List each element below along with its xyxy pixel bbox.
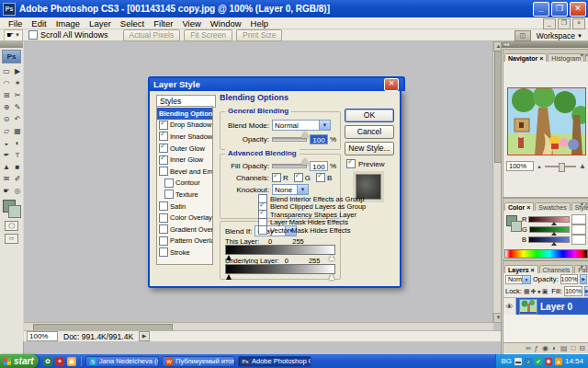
menu-select[interactable]: Select [116, 18, 149, 29]
layers-tab[interactable]: Channels [539, 265, 574, 273]
style-item[interactable]: Inner Glow [157, 154, 212, 166]
color-tab[interactable]: Swatches [535, 202, 570, 211]
r-channel-slider[interactable] [528, 216, 570, 223]
spinner-arrow-icon[interactable]: ▶ [580, 274, 587, 284]
palette-grip[interactable] [0, 41, 23, 48]
doc-minimize-button[interactable]: _ [543, 18, 556, 29]
style-item[interactable]: Bevel and Emboss [157, 166, 212, 178]
zoom-level-field[interactable]: 100% [27, 331, 58, 341]
channel-checkbox[interactable] [272, 173, 281, 182]
background-color-swatch[interactable] [8, 205, 21, 218]
advanced-checkbox[interactable] [258, 225, 267, 235]
style-item[interactable]: Satin [157, 201, 212, 213]
quick-launch-icon[interactable]: ✦ [55, 357, 64, 366]
layer-blend-mode-dropdown[interactable]: Normal ▼ [505, 275, 531, 284]
slider-thumb-icon[interactable] [551, 232, 557, 236]
new-style-button[interactable]: New Style... [345, 142, 394, 155]
lock-position-icon[interactable]: ● [537, 288, 540, 295]
style-item[interactable]: Gradient Overlay [157, 224, 212, 236]
start-button[interactable]: start [0, 354, 39, 368]
style-checkbox[interactable] [159, 121, 168, 130]
menu-window[interactable]: Window [206, 18, 246, 29]
navigator-zoom-field[interactable]: 100% [506, 161, 534, 171]
preview-checkbox[interactable] [346, 159, 356, 168]
panel-menu-icon[interactable]: ▾ × [581, 263, 588, 270]
spinner-arrow-icon[interactable]: ▶ [584, 286, 588, 296]
style-checkbox[interactable] [159, 213, 168, 223]
minimize-button[interactable]: _ [533, 2, 549, 17]
white-slider-handle[interactable] [329, 255, 334, 260]
dialog-titlebar[interactable]: Layer Style [148, 76, 405, 91]
underlying-layer-gradient-slider[interactable] [225, 264, 335, 274]
opacity-slider[interactable] [272, 137, 307, 142]
print-size-button[interactable]: Print Size [236, 29, 282, 41]
scroll-all-windows-checkbox[interactable] [28, 30, 38, 40]
volume-tray-icon[interactable]: ♪ [525, 358, 532, 365]
dodge-tool-icon[interactable]: ◐ [12, 137, 24, 149]
move-tool-icon[interactable]: ▶ [12, 65, 24, 77]
quick-launch-icon[interactable]: ▣ [67, 357, 76, 366]
ok-button[interactable]: OK [345, 109, 394, 122]
add-layer-mask-icon[interactable]: ◉ [542, 344, 548, 352]
style-checkbox[interactable] [159, 201, 168, 211]
fill-opacity-slider[interactable] [272, 164, 307, 168]
layers-tab[interactable]: Layers × [504, 265, 538, 273]
link-layers-icon[interactable]: ∞ [526, 344, 531, 352]
style-checkbox[interactable] [159, 132, 168, 141]
white-slider-handle[interactable] [329, 274, 334, 280]
panel-menu-icon[interactable]: ▾ × [581, 52, 588, 58]
doc-restore-button[interactable]: ❐ [558, 18, 571, 29]
style-item[interactable]: Drop Shadow [157, 120, 212, 132]
status-menu-arrow-icon[interactable]: ▶ [139, 331, 150, 341]
layer-style-icon[interactable]: ƒ [535, 344, 538, 352]
actual-pixels-button[interactable]: Actual Pixels [123, 29, 181, 41]
quick-launch-icon[interactable]: ✿ [43, 357, 52, 366]
adjustment-layer-icon[interactable]: ◐ [552, 344, 557, 352]
style-item[interactable]: Inner Shadow [157, 131, 212, 143]
tray-icon[interactable]: ✔ [535, 358, 542, 365]
language-indicator[interactable]: BG [501, 357, 512, 365]
channel-checkbox[interactable] [294, 173, 303, 182]
menu-help[interactable]: Help [246, 18, 274, 29]
delete-layer-icon[interactable]: ⊟ [579, 344, 585, 352]
lock-image-pixels-icon[interactable]: ✚ [531, 288, 537, 295]
navigator-preview-image[interactable] [507, 87, 586, 155]
color-spectrum-ramp[interactable] [504, 249, 588, 259]
navigator-tab[interactable]: Histogram [548, 53, 584, 62]
menu-edit[interactable]: Edit [27, 18, 51, 29]
quick-mask-button[interactable]: ◯ [5, 221, 18, 231]
style-checkbox[interactable] [164, 178, 174, 188]
tray-icon[interactable]: ✱ [545, 358, 552, 365]
black-slider-handle[interactable] [226, 274, 232, 280]
channel-r[interactable]: R [272, 173, 288, 182]
lock-all-icon[interactable]: ▣ [542, 288, 548, 295]
layer-fill-field[interactable]: 100% [564, 286, 582, 296]
go-to-bridge-button[interactable]: ◫ [514, 30, 531, 41]
doc-close-button[interactable]: × [572, 18, 585, 29]
eyedropper-tool-icon[interactable]: ✐ [12, 173, 24, 185]
style-item[interactable]: Blending Options: Default [157, 108, 212, 120]
channel-checkbox[interactable] [316, 173, 325, 182]
slice-tool-icon[interactable]: ✂ [12, 89, 24, 101]
workspace-button[interactable]: Workspace ▼ [537, 31, 582, 40]
new-layer-icon[interactable]: □ [571, 344, 575, 352]
brush-tool-icon[interactable]: ✎ [12, 101, 24, 113]
shape-tool-icon[interactable]: ■ [12, 161, 24, 173]
tray-icon[interactable]: ▲ [555, 358, 562, 365]
zoom-tool-icon[interactable]: ◎ [12, 185, 24, 197]
tray-icon[interactable]: ▬ [514, 358, 522, 365]
channel-g[interactable]: G [294, 173, 311, 182]
color-tab[interactable]: Color × [504, 202, 534, 211]
b-channel-field[interactable] [571, 235, 586, 245]
dialog-close-button[interactable]: ✕ [384, 78, 399, 91]
style-checkbox[interactable] [159, 155, 168, 165]
channel-b[interactable]: B [316, 173, 332, 182]
gradient-tool-icon[interactable]: ▦ [12, 125, 24, 137]
opacity-field[interactable]: 100 [310, 134, 328, 144]
g-channel-field[interactable] [571, 224, 586, 235]
taskbar-task-button[interactable]: WПубликуемый итогов... [162, 356, 235, 367]
layer-row[interactable]: 👁Layer 0 [503, 298, 588, 315]
fill-opacity-field[interactable]: 100 [310, 161, 328, 171]
advanced-option[interactable]: Vector Mask Hides Effects [258, 225, 350, 235]
style-checkbox[interactable] [164, 190, 174, 199]
